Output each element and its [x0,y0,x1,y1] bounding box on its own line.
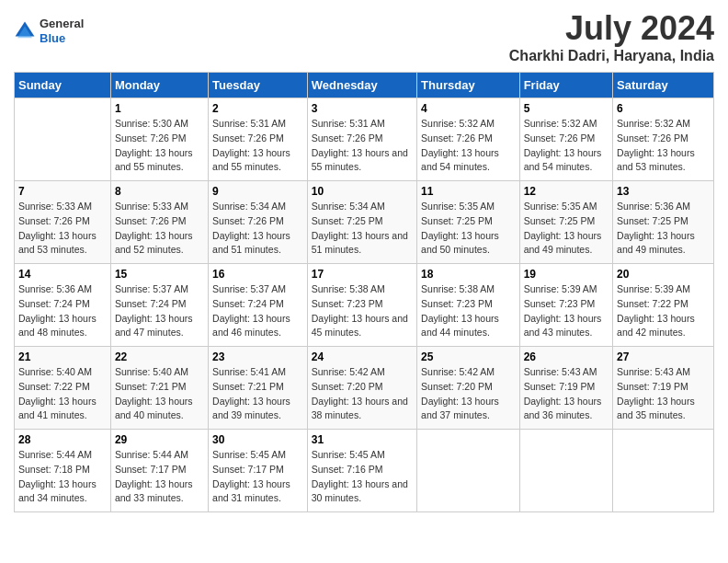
day-detail: Sunrise: 5:36 AMSunset: 7:25 PMDaylight:… [617,200,710,258]
day-number: 14 [18,268,107,281]
calendar-cell [417,430,520,512]
calendar-cell: 20Sunrise: 5:39 AMSunset: 7:22 PMDayligh… [613,264,714,347]
calendar-cell: 27Sunrise: 5:43 AMSunset: 7:19 PMDayligh… [613,347,714,430]
logo-icon [14,20,36,42]
day-number: 17 [312,268,413,281]
day-detail: Sunrise: 5:38 AMSunset: 7:23 PMDaylight:… [312,282,413,340]
calendar-cell: 5Sunrise: 5:32 AMSunset: 7:26 PMDaylight… [519,98,612,181]
calendar-cell: 16Sunrise: 5:37 AMSunset: 7:24 PMDayligh… [209,264,308,347]
main-title: July 2024 [509,9,714,48]
day-number: 4 [421,102,516,115]
day-number: 8 [115,185,204,198]
day-detail: Sunrise: 5:37 AMSunset: 7:24 PMDaylight:… [115,282,204,340]
day-number: 6 [617,102,710,115]
day-detail: Sunrise: 5:45 AMSunset: 7:16 PMDaylight:… [312,448,413,506]
day-number: 7 [18,185,107,198]
day-detail: Sunrise: 5:45 AMSunset: 7:17 PMDaylight:… [212,448,303,506]
day-detail: Sunrise: 5:35 AMSunset: 7:25 PMDaylight:… [421,200,516,258]
day-number: 13 [617,185,710,198]
day-number: 12 [524,185,609,198]
day-detail: Sunrise: 5:34 AMSunset: 7:26 PMDaylight:… [212,200,303,258]
calendar-cell: 21Sunrise: 5:40 AMSunset: 7:22 PMDayligh… [15,347,111,430]
calendar-cell: 7Sunrise: 5:33 AMSunset: 7:26 PMDaylight… [15,181,111,264]
week-row-2: 7Sunrise: 5:33 AMSunset: 7:26 PMDaylight… [15,181,714,264]
day-number: 30 [212,433,303,446]
calendar-cell: 26Sunrise: 5:43 AMSunset: 7:19 PMDayligh… [519,347,612,430]
day-number: 28 [18,433,107,446]
column-header-thursday: Thursday [417,73,520,98]
day-number: 2 [212,102,303,115]
calendar-cell: 10Sunrise: 5:34 AMSunset: 7:25 PMDayligh… [307,181,416,264]
calendar-cell: 1Sunrise: 5:30 AMSunset: 7:26 PMDaylight… [110,98,208,181]
calendar-cell [613,430,714,512]
day-detail: Sunrise: 5:35 AMSunset: 7:25 PMDaylight:… [524,200,609,258]
column-header-monday: Monday [110,73,208,98]
calendar-cell: 30Sunrise: 5:45 AMSunset: 7:17 PMDayligh… [209,430,308,512]
calendar-cell: 3Sunrise: 5:31 AMSunset: 7:26 PMDaylight… [307,98,416,181]
day-detail: Sunrise: 5:36 AMSunset: 7:24 PMDaylight:… [18,282,107,340]
page-header: General Blue July 2024 Charkhi Dadri, Ha… [14,9,714,64]
day-detail: Sunrise: 5:44 AMSunset: 7:17 PMDaylight:… [115,448,204,506]
header-row: SundayMondayTuesdayWednesdayThursdayFrid… [15,73,714,98]
day-detail: Sunrise: 5:31 AMSunset: 7:26 PMDaylight:… [312,117,413,175]
day-detail: Sunrise: 5:31 AMSunset: 7:26 PMDaylight:… [212,117,303,175]
day-number: 3 [312,102,413,115]
day-number: 25 [421,350,516,363]
calendar-cell: 22Sunrise: 5:40 AMSunset: 7:21 PMDayligh… [110,347,208,430]
day-number: 26 [524,350,609,363]
calendar-cell: 2Sunrise: 5:31 AMSunset: 7:26 PMDaylight… [209,98,308,181]
day-number: 31 [312,433,413,446]
day-number: 21 [18,350,107,363]
calendar-cell [519,430,612,512]
day-detail: Sunrise: 5:42 AMSunset: 7:20 PMDaylight:… [421,365,516,423]
logo-blue: Blue [40,31,84,46]
logo: General Blue [14,17,84,45]
day-detail: Sunrise: 5:33 AMSunset: 7:26 PMDaylight:… [115,200,204,258]
week-row-4: 21Sunrise: 5:40 AMSunset: 7:22 PMDayligh… [15,347,714,430]
day-number: 1 [115,102,204,115]
calendar-cell [15,98,111,181]
day-number: 23 [212,350,303,363]
week-row-5: 28Sunrise: 5:44 AMSunset: 7:18 PMDayligh… [15,430,714,512]
subtitle: Charkhi Dadri, Haryana, India [509,48,714,64]
calendar-cell: 13Sunrise: 5:36 AMSunset: 7:25 PMDayligh… [613,181,714,264]
calendar-cell: 18Sunrise: 5:38 AMSunset: 7:23 PMDayligh… [417,264,520,347]
calendar-cell: 6Sunrise: 5:32 AMSunset: 7:26 PMDaylight… [613,98,714,181]
calendar-cell: 17Sunrise: 5:38 AMSunset: 7:23 PMDayligh… [307,264,416,347]
calendar-cell: 4Sunrise: 5:32 AMSunset: 7:26 PMDaylight… [417,98,520,181]
week-row-3: 14Sunrise: 5:36 AMSunset: 7:24 PMDayligh… [15,264,714,347]
day-detail: Sunrise: 5:33 AMSunset: 7:26 PMDaylight:… [18,200,107,258]
day-detail: Sunrise: 5:30 AMSunset: 7:26 PMDaylight:… [115,117,204,175]
logo-text: General Blue [40,17,84,45]
day-number: 16 [212,268,303,281]
calendar-cell: 15Sunrise: 5:37 AMSunset: 7:24 PMDayligh… [110,264,208,347]
day-number: 9 [212,185,303,198]
day-number: 27 [617,350,710,363]
day-number: 20 [617,268,710,281]
day-detail: Sunrise: 5:43 AMSunset: 7:19 PMDaylight:… [524,365,609,423]
day-detail: Sunrise: 5:42 AMSunset: 7:20 PMDaylight:… [312,365,413,423]
logo-general: General [40,17,84,31]
calendar-cell: 9Sunrise: 5:34 AMSunset: 7:26 PMDaylight… [209,181,308,264]
day-number: 22 [115,350,204,363]
day-detail: Sunrise: 5:32 AMSunset: 7:26 PMDaylight:… [421,117,516,175]
day-number: 11 [421,185,516,198]
day-number: 19 [524,268,609,281]
title-block: July 2024 Charkhi Dadri, Haryana, India [509,9,714,64]
day-detail: Sunrise: 5:32 AMSunset: 7:26 PMDaylight:… [617,117,710,175]
day-detail: Sunrise: 5:40 AMSunset: 7:22 PMDaylight:… [18,365,107,423]
day-detail: Sunrise: 5:32 AMSunset: 7:26 PMDaylight:… [524,117,609,175]
day-number: 29 [115,433,204,446]
day-detail: Sunrise: 5:41 AMSunset: 7:21 PMDaylight:… [212,365,303,423]
day-number: 10 [312,185,413,198]
calendar-cell: 25Sunrise: 5:42 AMSunset: 7:20 PMDayligh… [417,347,520,430]
calendar-cell: 23Sunrise: 5:41 AMSunset: 7:21 PMDayligh… [209,347,308,430]
day-number: 5 [524,102,609,115]
calendar-cell: 14Sunrise: 5:36 AMSunset: 7:24 PMDayligh… [15,264,111,347]
day-detail: Sunrise: 5:40 AMSunset: 7:21 PMDaylight:… [115,365,204,423]
day-number: 18 [421,268,516,281]
day-detail: Sunrise: 5:44 AMSunset: 7:18 PMDaylight:… [18,448,107,506]
calendar-cell: 24Sunrise: 5:42 AMSunset: 7:20 PMDayligh… [307,347,416,430]
day-detail: Sunrise: 5:39 AMSunset: 7:23 PMDaylight:… [524,282,609,340]
calendar-table: SundayMondayTuesdayWednesdayThursdayFrid… [14,72,714,512]
